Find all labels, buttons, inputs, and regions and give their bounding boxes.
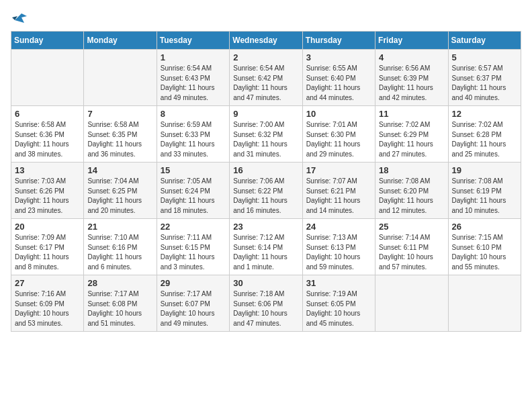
cell-info: Sunrise: 6:54 AMSunset: 6:42 PMDaylight:… xyxy=(233,64,298,103)
day-number: 30 xyxy=(233,278,298,288)
day-number: 19 xyxy=(452,165,517,175)
calendar-week-5: 27Sunrise: 7:16 AMSunset: 6:09 PMDayligh… xyxy=(11,275,521,332)
calendar-cell xyxy=(84,50,157,106)
calendar-cell: 10Sunrise: 7:01 AMSunset: 6:30 PMDayligh… xyxy=(302,106,375,163)
weekday-header-friday: Friday xyxy=(375,32,448,50)
logo-bird-icon xyxy=(12,11,27,23)
cell-info: Sunrise: 7:12 AMSunset: 6:14 PMDaylight:… xyxy=(233,233,298,272)
calendar-cell: 8Sunrise: 6:59 AMSunset: 6:33 PMDaylight… xyxy=(157,106,229,163)
calendar-week-4: 20Sunrise: 7:09 AMSunset: 6:17 PMDayligh… xyxy=(11,219,521,275)
cell-info: Sunrise: 7:08 AMSunset: 6:20 PMDaylight:… xyxy=(379,177,444,216)
calendar-cell xyxy=(11,50,84,106)
calendar-cell: 12Sunrise: 7:02 AMSunset: 6:28 PMDayligh… xyxy=(448,106,521,163)
calendar-cell: 19Sunrise: 7:08 AMSunset: 6:19 PMDayligh… xyxy=(448,163,521,219)
calendar-cell: 20Sunrise: 7:09 AMSunset: 6:17 PMDayligh… xyxy=(11,219,84,275)
day-number: 2 xyxy=(233,52,298,62)
day-number: 18 xyxy=(379,165,444,175)
calendar-cell: 14Sunrise: 7:04 AMSunset: 6:25 PMDayligh… xyxy=(84,163,157,219)
cell-info: Sunrise: 6:57 AMSunset: 6:37 PMDaylight:… xyxy=(452,64,517,103)
day-number: 31 xyxy=(306,278,371,288)
calendar-cell: 16Sunrise: 7:06 AMSunset: 6:22 PMDayligh… xyxy=(230,163,302,219)
day-number: 15 xyxy=(161,165,226,175)
cell-info: Sunrise: 7:16 AMSunset: 6:09 PMDaylight:… xyxy=(15,289,80,328)
cell-info: Sunrise: 6:55 AMSunset: 6:40 PMDaylight:… xyxy=(306,64,371,103)
cell-info: Sunrise: 6:56 AMSunset: 6:39 PMDaylight:… xyxy=(379,64,444,103)
calendar-cell: 29Sunrise: 7:17 AMSunset: 6:07 PMDayligh… xyxy=(157,275,229,332)
calendar-cell: 2Sunrise: 6:54 AMSunset: 6:42 PMDaylight… xyxy=(230,50,302,106)
day-number: 9 xyxy=(233,109,298,119)
day-number: 5 xyxy=(452,52,517,62)
calendar-cell: 18Sunrise: 7:08 AMSunset: 6:20 PMDayligh… xyxy=(375,163,448,219)
day-number: 13 xyxy=(15,165,80,175)
svg-marker-0 xyxy=(15,13,27,23)
day-number: 10 xyxy=(306,109,371,119)
cell-info: Sunrise: 7:18 AMSunset: 6:06 PMDaylight:… xyxy=(233,289,298,328)
day-number: 6 xyxy=(15,109,80,119)
day-number: 3 xyxy=(306,52,371,62)
day-number: 20 xyxy=(15,222,80,232)
day-number: 27 xyxy=(15,278,80,288)
page-header xyxy=(11,11,521,23)
day-number: 23 xyxy=(233,222,298,232)
cell-info: Sunrise: 7:19 AMSunset: 6:05 PMDaylight:… xyxy=(306,289,371,328)
day-number: 28 xyxy=(87,278,152,288)
cell-info: Sunrise: 7:02 AMSunset: 6:28 PMDaylight:… xyxy=(452,120,517,159)
calendar-cell xyxy=(375,275,448,332)
cell-info: Sunrise: 7:05 AMSunset: 6:24 PMDaylight:… xyxy=(161,177,226,216)
cell-info: Sunrise: 7:13 AMSunset: 6:13 PMDaylight:… xyxy=(306,233,371,272)
calendar-cell: 23Sunrise: 7:12 AMSunset: 6:14 PMDayligh… xyxy=(230,219,302,275)
day-number: 21 xyxy=(87,222,152,232)
calendar-cell: 31Sunrise: 7:19 AMSunset: 6:05 PMDayligh… xyxy=(302,275,375,332)
calendar-cell: 21Sunrise: 7:10 AMSunset: 6:16 PMDayligh… xyxy=(84,219,157,275)
calendar-cell: 11Sunrise: 7:02 AMSunset: 6:29 PMDayligh… xyxy=(375,106,448,163)
weekday-header-saturday: Saturday xyxy=(448,32,521,50)
calendar-cell: 15Sunrise: 7:05 AMSunset: 6:24 PMDayligh… xyxy=(157,163,229,219)
weekday-header-thursday: Thursday xyxy=(302,32,375,50)
calendar-cell: 28Sunrise: 7:17 AMSunset: 6:08 PMDayligh… xyxy=(84,275,157,332)
calendar-cell: 26Sunrise: 7:15 AMSunset: 6:10 PMDayligh… xyxy=(448,219,521,275)
cell-info: Sunrise: 7:17 AMSunset: 6:08 PMDaylight:… xyxy=(87,289,152,328)
calendar-cell: 6Sunrise: 6:58 AMSunset: 6:36 PMDaylight… xyxy=(11,106,84,163)
calendar-cell: 4Sunrise: 6:56 AMSunset: 6:39 PMDaylight… xyxy=(375,50,448,106)
calendar-week-1: 1Sunrise: 6:54 AMSunset: 6:43 PMDaylight… xyxy=(11,50,521,106)
day-number: 22 xyxy=(161,222,226,232)
calendar-cell: 17Sunrise: 7:07 AMSunset: 6:21 PMDayligh… xyxy=(302,163,375,219)
calendar-cell: 5Sunrise: 6:57 AMSunset: 6:37 PMDaylight… xyxy=(448,50,521,106)
calendar-cell: 9Sunrise: 7:00 AMSunset: 6:32 PMDaylight… xyxy=(230,106,302,163)
calendar-table: SundayMondayTuesdayWednesdayThursdayFrid… xyxy=(11,31,521,332)
cell-info: Sunrise: 7:10 AMSunset: 6:16 PMDaylight:… xyxy=(87,233,152,272)
weekday-header-row: SundayMondayTuesdayWednesdayThursdayFrid… xyxy=(11,32,521,50)
day-number: 8 xyxy=(161,109,226,119)
day-number: 1 xyxy=(161,52,226,62)
day-number: 24 xyxy=(306,222,371,232)
day-number: 4 xyxy=(379,52,444,62)
cell-info: Sunrise: 7:14 AMSunset: 6:11 PMDaylight:… xyxy=(379,233,444,272)
calendar-cell: 30Sunrise: 7:18 AMSunset: 6:06 PMDayligh… xyxy=(230,275,302,332)
weekday-header-monday: Monday xyxy=(84,32,157,50)
day-number: 11 xyxy=(379,109,444,119)
calendar-cell: 7Sunrise: 6:58 AMSunset: 6:35 PMDaylight… xyxy=(84,106,157,163)
cell-info: Sunrise: 6:54 AMSunset: 6:43 PMDaylight:… xyxy=(161,64,226,103)
calendar-cell: 3Sunrise: 6:55 AMSunset: 6:40 PMDaylight… xyxy=(302,50,375,106)
cell-info: Sunrise: 7:03 AMSunset: 6:26 PMDaylight:… xyxy=(15,177,80,216)
day-number: 7 xyxy=(87,109,152,119)
weekday-header-wednesday: Wednesday xyxy=(230,32,302,50)
day-number: 26 xyxy=(452,222,517,232)
cell-info: Sunrise: 7:02 AMSunset: 6:29 PMDaylight:… xyxy=(379,120,444,159)
cell-info: Sunrise: 7:06 AMSunset: 6:22 PMDaylight:… xyxy=(233,177,298,216)
day-number: 12 xyxy=(452,109,517,119)
cell-info: Sunrise: 7:07 AMSunset: 6:21 PMDaylight:… xyxy=(306,177,371,216)
calendar-cell: 24Sunrise: 7:13 AMSunset: 6:13 PMDayligh… xyxy=(302,219,375,275)
day-number: 29 xyxy=(161,278,226,288)
day-number: 14 xyxy=(87,165,152,175)
cell-info: Sunrise: 6:59 AMSunset: 6:33 PMDaylight:… xyxy=(161,120,226,159)
cell-info: Sunrise: 7:08 AMSunset: 6:19 PMDaylight:… xyxy=(452,177,517,216)
calendar-cell: 13Sunrise: 7:03 AMSunset: 6:26 PMDayligh… xyxy=(11,163,84,219)
cell-info: Sunrise: 7:15 AMSunset: 6:10 PMDaylight:… xyxy=(452,233,517,272)
calendar-cell xyxy=(448,275,521,332)
cell-info: Sunrise: 7:11 AMSunset: 6:15 PMDaylight:… xyxy=(161,233,226,272)
day-number: 17 xyxy=(306,165,371,175)
cell-info: Sunrise: 7:00 AMSunset: 6:32 PMDaylight:… xyxy=(233,120,298,159)
calendar-cell: 25Sunrise: 7:14 AMSunset: 6:11 PMDayligh… xyxy=(375,219,448,275)
logo xyxy=(11,11,27,23)
